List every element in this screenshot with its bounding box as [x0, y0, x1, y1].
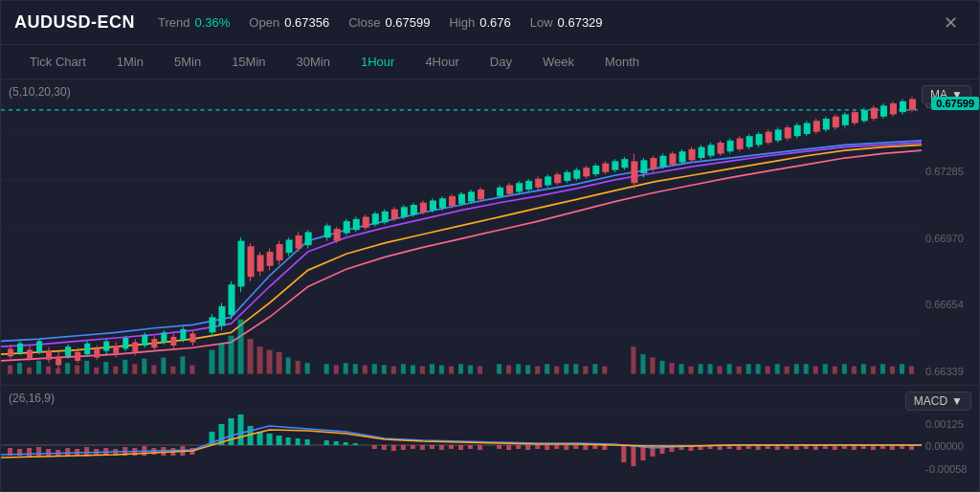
svg-rect-342	[602, 445, 607, 450]
svg-rect-206	[161, 358, 166, 374]
svg-rect-37	[151, 339, 157, 347]
svg-rect-119	[573, 170, 580, 179]
svg-rect-235	[458, 364, 463, 373]
macd-chart[interactable]: (26,16,9) MACD ▼ 0.00125 0.00000 -0.0005…	[1, 386, 979, 491]
trend-label: Trend	[158, 15, 189, 30]
svg-rect-265	[775, 364, 780, 373]
svg-rect-51	[228, 284, 234, 315]
svg-rect-336	[545, 445, 549, 450]
svg-rect-231	[420, 367, 425, 374]
price-chart[interactable]: (5,10,20,30) MA ▼ 0.67599 0.67285 0.6697…	[1, 79, 979, 386]
svg-rect-287	[36, 447, 41, 457]
open-label: Open	[249, 15, 279, 30]
chart-container: AUDUSD-ECN Trend 0.36% Open 0.67356 Clos…	[0, 0, 980, 492]
tab-day[interactable]: Day	[475, 49, 527, 75]
svg-rect-340	[583, 445, 588, 450]
svg-rect-167	[804, 123, 811, 134]
svg-rect-81	[382, 212, 389, 222]
svg-rect-290	[65, 448, 70, 456]
tab-30min[interactable]: 30Min	[281, 49, 345, 75]
svg-rect-195	[56, 369, 60, 374]
svg-rect-234	[449, 367, 454, 374]
stats-bar: Trend 0.36% Open 0.67356 Close 0.67599 H…	[158, 15, 936, 30]
tab-week[interactable]: Week	[527, 49, 590, 75]
svg-rect-175	[842, 114, 849, 124]
svg-rect-319	[372, 445, 377, 449]
svg-rect-19	[65, 347, 71, 356]
svg-rect-205	[151, 365, 156, 373]
svg-rect-192	[27, 368, 32, 374]
svg-rect-315	[324, 440, 329, 445]
svg-rect-87	[411, 205, 417, 214]
svg-rect-103	[497, 188, 503, 196]
svg-rect-171	[823, 119, 830, 129]
tab-tick-chart[interactable]: Tick Chart	[14, 49, 101, 75]
svg-rect-47	[209, 317, 215, 332]
svg-rect-327	[449, 445, 454, 449]
svg-rect-77	[363, 217, 369, 228]
svg-rect-105	[506, 186, 513, 194]
svg-rect-258	[708, 364, 713, 373]
svg-rect-83	[391, 210, 398, 219]
svg-rect-25	[94, 348, 100, 357]
svg-rect-255	[679, 364, 683, 373]
svg-rect-141	[679, 151, 685, 162]
svg-rect-269	[813, 367, 818, 374]
macd-control-label: MACD	[914, 394, 947, 408]
svg-rect-253	[659, 361, 664, 374]
svg-rect-65	[296, 235, 302, 249]
svg-rect-230	[411, 365, 415, 373]
svg-rect-153	[737, 139, 744, 149]
svg-rect-73	[344, 221, 350, 234]
svg-rect-341	[592, 445, 597, 449]
tab-5min[interactable]: 5Min	[159, 49, 216, 75]
svg-rect-344	[631, 445, 635, 466]
tab-1hour[interactable]: 1Hour	[345, 49, 410, 75]
svg-rect-239	[506, 365, 511, 373]
close-stat: Close 0.67599	[348, 15, 430, 30]
svg-rect-338	[564, 445, 568, 450]
svg-rect-39	[161, 332, 167, 342]
svg-rect-223	[344, 363, 348, 373]
svg-rect-181	[871, 108, 878, 119]
high-label: High	[449, 15, 475, 30]
svg-rect-243	[545, 364, 549, 373]
svg-rect-215	[257, 347, 263, 373]
macd-level-1: 0.00125	[925, 418, 975, 430]
tab-1min[interactable]: 1Min	[101, 49, 159, 75]
svg-rect-163	[785, 127, 791, 138]
svg-rect-313	[296, 438, 301, 445]
svg-rect-55	[248, 246, 255, 277]
tab-15min[interactable]: 15Min	[216, 49, 280, 75]
svg-rect-139	[669, 153, 676, 164]
svg-rect-123	[592, 166, 599, 174]
macd-control-button[interactable]: MACD ▼	[905, 391, 971, 411]
svg-rect-346	[650, 445, 655, 457]
tab-4hour[interactable]: 4Hour	[410, 49, 474, 75]
svg-rect-318	[353, 443, 358, 445]
svg-rect-337	[554, 445, 559, 449]
svg-rect-316	[334, 441, 339, 445]
chart-body: (5,10,20,30) MA ▼ 0.67599 0.67285 0.6697…	[1, 79, 979, 491]
svg-rect-333	[516, 445, 521, 449]
close-button[interactable]: ✕	[936, 9, 966, 37]
svg-rect-109	[525, 181, 532, 190]
svg-rect-193	[36, 361, 41, 374]
svg-rect-71	[334, 229, 341, 241]
svg-rect-279	[909, 367, 914, 374]
svg-rect-219	[296, 361, 301, 374]
svg-rect-187	[900, 101, 906, 112]
svg-rect-208	[180, 356, 185, 373]
svg-rect-121	[583, 168, 590, 176]
macd-label: (26,16,9)	[9, 391, 55, 405]
low-label: Low	[530, 15, 553, 30]
ma-label: (5,10,20,30)	[9, 85, 71, 99]
trend-stat: Trend 0.36%	[158, 15, 230, 30]
svg-rect-177	[852, 112, 858, 123]
svg-rect-259	[718, 367, 723, 374]
svg-rect-263	[756, 364, 761, 373]
svg-rect-79	[372, 213, 379, 224]
svg-rect-226	[372, 364, 377, 373]
svg-rect-270	[823, 364, 828, 373]
tab-month[interactable]: Month	[590, 49, 655, 75]
